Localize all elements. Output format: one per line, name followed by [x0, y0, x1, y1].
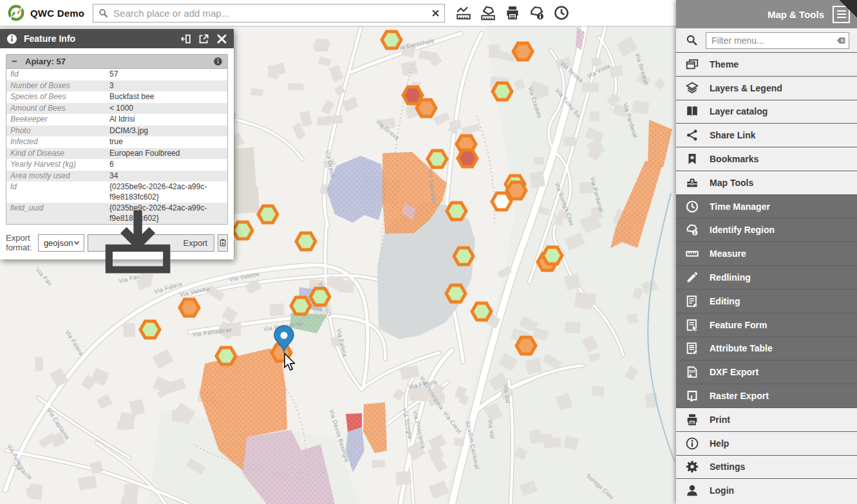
sidebar-item-label: Settings: [710, 462, 745, 472]
clock-icon: [685, 200, 699, 214]
apiary-marker-green[interactable]: [233, 222, 252, 239]
apiary-marker-green[interactable]: [310, 288, 330, 305]
feature-info-toggle-icon[interactable]: [213, 57, 223, 66]
attribute-row: Yearly Harvest (kg)6: [6, 159, 228, 171]
sidebar-item-editing[interactable]: Editing: [676, 289, 857, 313]
collapse-icon[interactable]: [11, 57, 19, 66]
measure-button[interactable]: [477, 3, 498, 24]
apiary-marker-white[interactable]: [492, 193, 511, 210]
attribute-value: 6: [106, 159, 228, 171]
identify-region-button[interactable]: [526, 3, 547, 24]
search-input[interactable]: [93, 5, 444, 22]
feature-info-body: Apiary: 57 fid57Number of Boxes3Species …: [0, 48, 234, 259]
sidebar-item-theme[interactable]: Theme: [676, 52, 857, 76]
sidebar-item-feature-form[interactable]: Feature Form: [676, 313, 857, 337]
sidebar-item-layers-legend[interactable]: Layers & Legend: [676, 76, 857, 100]
apiary-marker-green[interactable]: [291, 297, 310, 314]
sidebar-item-label: Share Link: [710, 130, 756, 140]
profile-icon: [455, 5, 472, 21]
help-icon: [685, 436, 699, 451]
detach-window-icon[interactable]: [198, 33, 210, 45]
apiary-marker-red[interactable]: [458, 150, 477, 167]
top-bar: QWC Demo: [0, 0, 676, 26]
sidebar-item-dxf-export[interactable]: DXFDXF Export: [676, 360, 857, 384]
clock-icon: [553, 5, 570, 21]
pencil-icon: [685, 270, 699, 285]
attribute-name: fid: [6, 69, 106, 80]
export-format-select[interactable]: geojson: [38, 234, 85, 252]
apiary-marker-orange[interactable]: [513, 43, 532, 60]
export-button[interactable]: Export: [88, 234, 214, 252]
filter-clear-icon[interactable]: [836, 35, 846, 46]
sidebar-item-raster-export[interactable]: Raster Export: [676, 384, 857, 407]
attribute-row: Kind of DiseaseEuropean Foulbreed: [6, 148, 228, 160]
sidebar-item-print[interactable]: Print: [676, 407, 857, 431]
toolbar: [445, 3, 572, 24]
chevron-down-icon: [73, 239, 80, 247]
table-edit-icon: [685, 341, 699, 355]
copy-to-clipboard-button[interactable]: [218, 234, 228, 252]
apiary-marker-green[interactable]: [258, 206, 278, 223]
export-format-value: geojson: [44, 238, 73, 248]
sidebar-item-share-link[interactable]: Share Link: [676, 123, 857, 147]
search-clear-icon[interactable]: [431, 8, 440, 18]
apiary-marker-green[interactable]: [296, 233, 315, 250]
sidebar-item-measure[interactable]: Measure: [676, 241, 857, 265]
raster-icon: [685, 389, 699, 403]
apiary-marker-green[interactable]: [454, 248, 473, 265]
sidebar-item-login[interactable]: Login: [676, 478, 857, 502]
attribute-value: true: [106, 136, 228, 148]
apiary-marker-green[interactable]: [543, 247, 562, 264]
apiary-marker-green[interactable]: [493, 83, 512, 100]
apiary-marker-green[interactable]: [428, 151, 447, 167]
sidebar-item-layer-catalog[interactable]: Layer catalog: [676, 100, 857, 124]
form-cursor-icon: [685, 318, 699, 332]
feature-header-row[interactable]: Apiary: 57: [6, 54, 228, 68]
ruler-icon: [685, 247, 699, 261]
attribute-row: Area mostly used34: [6, 171, 228, 182]
search-box[interactable]: [93, 4, 445, 23]
dxf-icon: DXF: [685, 365, 699, 379]
apiary-marker-orange[interactable]: [516, 337, 536, 354]
apiary-marker-green[interactable]: [472, 303, 491, 320]
time-manager-button[interactable]: [551, 3, 572, 24]
sidebar-item-redlining[interactable]: Redlining: [676, 265, 857, 289]
apiary-marker-orange[interactable]: [180, 299, 199, 316]
apiary-marker-green[interactable]: [216, 348, 236, 364]
attribute-name: Beekeeper: [6, 114, 106, 126]
sidebar-item-help[interactable]: Help: [676, 431, 857, 455]
apiary-marker-green[interactable]: [140, 321, 160, 338]
sidebar-item-attribute-table[interactable]: Attribute Table: [676, 337, 857, 360]
sidebar-item-label: Measure: [710, 248, 746, 259]
attribute-name: Species of Bees: [6, 91, 106, 103]
height-profile-button[interactable]: [453, 3, 474, 24]
app-title: QWC Demo: [30, 8, 84, 19]
sidebar-item-identify-region[interactable]: Identify Region: [676, 218, 857, 242]
edit-doc-icon: [685, 294, 699, 308]
sidebar-menu: ThemeLayers & LegendLayer catalogShare L…: [676, 52, 857, 502]
apiary-marker-green[interactable]: [382, 32, 401, 48]
sidebar-item-label: Raster Export: [710, 391, 769, 401]
sidebar-item-map-tools[interactable]: Map Tools: [676, 171, 857, 194]
apiary-marker-orange[interactable]: [417, 100, 436, 117]
filter-menu-input[interactable]: [706, 32, 849, 49]
menu-filter-row: [676, 28, 857, 52]
sidebar-header: Map & Tools: [676, 0, 857, 28]
attribute-name: Id: [6, 182, 106, 203]
sidebar-item-label: Layers & Legend: [710, 83, 782, 93]
sidebar-item-time-manager[interactable]: Time Manager: [676, 194, 857, 218]
user-icon: [685, 483, 699, 498]
sidebar-item-bookmarks[interactable]: Bookmarks: [676, 147, 857, 171]
bookmark-icon: [685, 152, 699, 166]
print-button[interactable]: [502, 3, 523, 24]
identify-region-icon: [529, 5, 545, 21]
dock-panel-icon[interactable]: [180, 33, 192, 45]
sidebar-item-label: Login: [710, 485, 734, 496]
apiary-marker-green[interactable]: [446, 285, 466, 302]
close-panel-icon[interactable]: [216, 33, 228, 45]
attribute-value: 57: [106, 69, 228, 80]
apiary-marker-green[interactable]: [447, 203, 466, 219]
attribute-name: Area mostly used: [6, 171, 106, 182]
layers-icon: [685, 81, 699, 95]
sidebar-item-settings[interactable]: Settings: [676, 455, 857, 479]
